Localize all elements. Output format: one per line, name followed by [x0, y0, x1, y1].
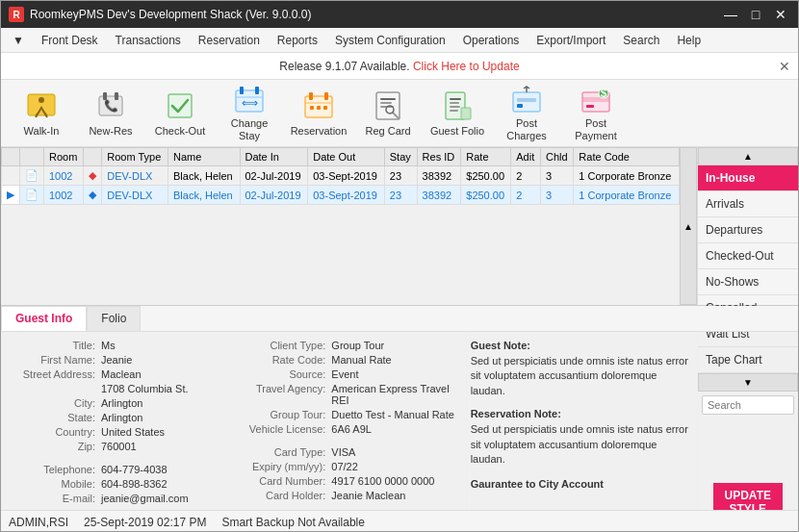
menu-system-configuration[interactable]: System Configuration: [327, 32, 453, 49]
col-header-doc: [20, 148, 44, 166]
cell-diamond: ◆: [84, 166, 102, 186]
post-payment-button[interactable]: $ Post Payment: [563, 85, 629, 142]
new-res-icon: 📞: [93, 89, 128, 123]
menu-reports[interactable]: Reports: [270, 32, 325, 49]
check-out-button[interactable]: Check-Out: [147, 85, 213, 142]
reg-card-button[interactable]: Reg Card: [355, 85, 421, 142]
table-row[interactable]: 📄 1002 ◆ DEV-DLX Black, Helen 02-Jul-201…: [2, 166, 680, 186]
value-street2: 1708 Columbia St.: [101, 383, 189, 394]
svg-rect-26: [450, 102, 459, 104]
reservations-table: Room Room Type Name Date In Date Out Sta…: [1, 147, 680, 205]
label-client-type: Client Type:: [239, 340, 325, 351]
detail-mobile: Mobile: 604-898-8362: [9, 478, 231, 490]
cell-expand: [2, 166, 20, 186]
detail-spacer2: [239, 438, 461, 443]
sidebar-item-no-shows[interactable]: No-Shows: [698, 269, 798, 295]
label-group-tour: Group Tour:: [239, 409, 325, 420]
menu-export-import[interactable]: Export/Import: [528, 32, 613, 49]
close-button[interactable]: ✕: [771, 7, 790, 22]
tab-guest-info[interactable]: Guest Info: [1, 306, 87, 331]
update-link[interactable]: Click Here to Update: [413, 60, 520, 73]
menu-transactions[interactable]: Transactions: [108, 32, 189, 49]
col-header-stay: Stay: [384, 148, 417, 166]
label-zip: Zip:: [9, 441, 95, 452]
detail-expiry: Expiry (mm/yy): 07/22: [239, 461, 461, 472]
guest-folio-label: Guest Folio: [430, 125, 484, 137]
post-payment-icon: $: [579, 85, 613, 115]
bottom-section: Guest Info Folio Title: Ms First Name: J…: [1, 306, 798, 532]
detail-travel-agency: Travel Agency: American Express Travel R…: [239, 383, 461, 406]
cell-date-out: 03-Sept-2019: [308, 166, 385, 186]
menu-search[interactable]: Search: [615, 32, 667, 49]
post-charges-button[interactable]: Post Charges: [494, 85, 559, 142]
detail-first-name: First Name: Jeanie: [9, 354, 231, 366]
menu-operations[interactable]: Operations: [455, 32, 528, 49]
col-header-res-id: Res ID: [417, 148, 461, 166]
table-container: Room Room Type Name Date In Date Out Sta…: [1, 147, 680, 305]
value-expiry: 07/22: [331, 461, 358, 472]
tab-folio[interactable]: Folio: [87, 306, 141, 331]
reservation-note-section: Reservation Note: Sed ut perspiciatis un…: [471, 408, 693, 467]
table-scroll-up[interactable]: ▲: [680, 147, 697, 305]
reservation-button[interactable]: Reservation: [286, 85, 351, 142]
guest-folio-icon: [440, 89, 475, 123]
svg-rect-16: [310, 106, 314, 110]
cell-date-in: 02-Jul-2019: [240, 166, 308, 186]
svg-rect-31: [517, 98, 536, 102]
detail-telephone: Telephone: 604-779-4038: [9, 464, 231, 475]
cell-doc: 📄: [20, 186, 44, 205]
col-header-room-type: Room Type: [102, 148, 168, 166]
detail-zip: Zip: 760001: [9, 441, 231, 452]
update-close-button[interactable]: ✕: [779, 59, 790, 74]
new-res-button[interactable]: 📞 New-Res: [78, 85, 143, 142]
guarantee-spacer: [471, 467, 693, 474]
change-stay-button[interactable]: ⟺ Change Stay: [217, 85, 282, 142]
sidebar-item-checked-out[interactable]: Checked-Out: [698, 243, 798, 269]
minimize-button[interactable]: —: [721, 7, 740, 22]
value-card-number: 4917 6100 0000 0000: [331, 475, 434, 487]
cell-res-id: 38392: [417, 166, 461, 186]
svg-rect-17: [317, 106, 321, 110]
col-header-room: Room: [44, 148, 84, 166]
reservation-icon: [301, 89, 336, 123]
label-city: City:: [9, 397, 95, 409]
value-telephone: 604-779-4038: [101, 464, 168, 475]
svg-text:⟺: ⟺: [242, 96, 258, 110]
cell-adit: 2: [511, 166, 541, 186]
sidebar-item-arrivals[interactable]: Arrivals: [698, 191, 798, 217]
menu-arrow[interactable]: ▼: [5, 32, 32, 49]
value-rate-code: Manual Rate: [331, 354, 391, 366]
value-client-type: Group Tour: [331, 340, 384, 351]
status-bar: ADMIN,RSI 25-Sept-2019 02:17 PM Smart Ba…: [1, 510, 798, 532]
cell-room-type: DEV-DLX: [102, 166, 168, 186]
update-text: Release 9.1.07 Available.: [279, 60, 409, 73]
status-user: ADMIN,RSI: [9, 516, 68, 529]
guarantee-text: Gaurantee to City Account: [471, 478, 693, 490]
guest-folio-button[interactable]: Guest Folio: [425, 85, 490, 142]
label-mobile: Mobile:: [9, 478, 95, 490]
sidebar-item-departures[interactable]: Departures: [698, 217, 798, 243]
sidebar-scroll-up[interactable]: ▲: [698, 147, 798, 165]
sidebar-item-in-house[interactable]: In-House: [698, 165, 798, 191]
menu-help[interactable]: Help: [669, 32, 709, 49]
detail-client-type: Client Type: Group Tour: [239, 340, 461, 351]
col-header-rate: Rate: [461, 148, 511, 166]
details-middle-column: Client Type: Group Tour Rate Code: Manua…: [235, 332, 465, 532]
cell-rate: $250.00: [461, 166, 511, 186]
middle-section: Room Room Type Name Date In Date Out Sta…: [1, 147, 798, 306]
label-card-number: Card Number:: [239, 475, 325, 487]
menu-reservation[interactable]: Reservation: [191, 32, 268, 49]
check-out-label: Check-Out: [155, 125, 206, 137]
svg-text:$: $: [601, 87, 607, 100]
cell-room: 1002: [44, 166, 84, 186]
detail-card-number: Card Number: 4917 6100 0000 0000: [239, 475, 461, 487]
label-state: State:: [9, 412, 95, 423]
maximize-button[interactable]: □: [746, 7, 765, 22]
label-travel-agency: Travel Agency:: [239, 383, 325, 406]
walk-in-button[interactable]: Walk-In: [9, 85, 74, 142]
check-out-icon: [163, 89, 197, 123]
toolbar: Walk-In 📞 New-Res Check-Out: [1, 80, 798, 147]
menu-front-desk[interactable]: Front Desk: [34, 32, 106, 49]
detail-rate-code: Rate Code: Manual Rate: [239, 354, 461, 366]
table-row[interactable]: ▶ 📄 1002 ◆ DEV-DLX Black, Helen 02-Jul-2…: [2, 186, 680, 205]
